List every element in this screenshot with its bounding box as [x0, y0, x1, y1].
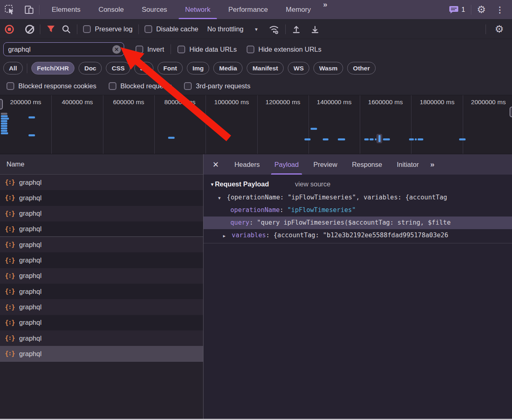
- request-row[interactable]: {∶}graphql: [0, 206, 203, 221]
- network-conditions-icon[interactable]: [268, 24, 280, 35]
- fetch-xhr-icon: {∶}: [5, 350, 15, 357]
- collapse-triangle-icon[interactable]: ▼: [218, 192, 223, 204]
- json-separator: :: [280, 206, 287, 214]
- tab-memory[interactable]: Memory: [277, 0, 319, 19]
- request-row[interactable]: {∶}graphql: [0, 237, 203, 252]
- settings-gear-icon[interactable]: ⚙: [474, 4, 489, 15]
- close-details-icon[interactable]: ✕: [203, 154, 227, 175]
- tab-sources[interactable]: Sources: [133, 0, 176, 19]
- chip-img[interactable]: Img: [187, 62, 210, 74]
- chip-fetch-xhr[interactable]: Fetch/XHR: [31, 62, 74, 74]
- timeline-gridline: [51, 95, 52, 154]
- request-row[interactable]: {∶}graphql: [0, 190, 203, 206]
- waterfall-bar: [311, 128, 317, 130]
- fetch-xhr-icon: {∶}: [5, 319, 15, 326]
- clear-filter-icon[interactable]: ✕: [112, 45, 121, 54]
- more-details-tabs-icon[interactable]: »: [426, 154, 438, 175]
- details-tab-response[interactable]: Response: [345, 154, 389, 175]
- json-key: query: [230, 219, 249, 226]
- topbar-actions: 1 ⚙ ⋮: [446, 0, 512, 19]
- tab-elements[interactable]: Elements: [43, 0, 90, 19]
- request-row[interactable]: {∶}graphql: [0, 252, 203, 268]
- overview-left-handle[interactable]: [0, 99, 3, 109]
- chip-manifest[interactable]: Manifest: [247, 62, 284, 74]
- tab-performance[interactable]: Performance: [219, 0, 277, 19]
- waterfall-bar: [1, 122, 7, 125]
- request-row[interactable]: {∶}graphql: [0, 299, 203, 315]
- request-row[interactable]: {∶}graphql: [0, 346, 203, 361]
- request-row[interactable]: {∶}graphql: [0, 268, 203, 284]
- request-row[interactable]: {∶}graphql: [0, 315, 203, 330]
- chip-ws[interactable]: WS: [288, 62, 309, 74]
- throttling-dropdown[interactable]: No throttling ▼: [207, 25, 258, 33]
- inspect-element-icon[interactable]: [0, 0, 20, 19]
- query-row-selected[interactable]: query: "query ipFlowTimeseries($accountT…: [203, 217, 512, 229]
- name-column-header[interactable]: Name: [0, 154, 203, 175]
- request-row[interactable]: {∶}graphql: [0, 330, 203, 346]
- hide-extension-urls-checkbox[interactable]: Hide extension URLs: [247, 46, 322, 53]
- expand-triangle-icon[interactable]: ▶: [223, 230, 228, 242]
- divider: [138, 24, 139, 34]
- chip-other[interactable]: Other: [347, 62, 375, 74]
- fetch-xhr-icon: {∶}: [5, 241, 15, 248]
- details-tab-initiator[interactable]: Initiator: [389, 154, 426, 175]
- disable-cache-checkbox[interactable]: Disable cache: [144, 25, 199, 33]
- details-tab-preview[interactable]: Preview: [306, 154, 345, 175]
- variables-row[interactable]: ▶ variables: {accountTag: "b12e3b2192ee5…: [203, 229, 512, 242]
- kebab-menu-icon[interactable]: ⋮: [492, 5, 508, 15]
- request-name: graphql: [19, 319, 42, 326]
- waterfall-bar: [1, 120, 7, 122]
- preserve-log-checkbox[interactable]: Preserve log: [83, 25, 133, 33]
- timeline-gridline: [463, 95, 463, 154]
- overview-right-handle[interactable]: [510, 107, 512, 117]
- waterfall-bar: [1, 118, 9, 120]
- request-row[interactable]: {∶}graphql: [0, 284, 203, 299]
- chip-font[interactable]: Font: [158, 62, 183, 74]
- invert-checkbox[interactable]: Invert: [136, 46, 164, 53]
- payload-root-row[interactable]: ▼ {operationName: "ipFlowTimeseries", va…: [203, 191, 512, 204]
- divider: [77, 24, 77, 34]
- request-payload-section[interactable]: ▼ Request Payload view source: [203, 175, 512, 191]
- throttling-value: No throttling: [207, 25, 243, 33]
- hide-data-urls-label: Hide data URLs: [189, 46, 236, 53]
- requests-pane: Name {∶}graphql{∶}graphql{∶}graphql{∶}gr…: [0, 154, 203, 419]
- blocked-requests-checkbox[interactable]: Blocked requests: [109, 82, 172, 90]
- chip-all[interactable]: All: [3, 62, 23, 74]
- network-overview-timeline[interactable]: 200000 ms400000 ms600000 ms800000 ms1000…: [0, 95, 512, 154]
- more-panels-icon[interactable]: »: [320, 0, 330, 19]
- checkbox-icon: [7, 82, 14, 90]
- import-har-icon[interactable]: [291, 24, 301, 34]
- tab-console[interactable]: Console: [90, 0, 133, 19]
- export-har-icon[interactable]: [310, 24, 320, 34]
- blocked-filters-bar: Blocked response cookies Blocked request…: [0, 77, 512, 95]
- chip-js[interactable]: JS: [134, 62, 153, 74]
- chip-wasm[interactable]: Wasm: [313, 62, 343, 74]
- checkbox-icon: [177, 46, 185, 53]
- request-row[interactable]: {∶}graphql: [0, 221, 203, 237]
- request-row[interactable]: {∶}graphql: [0, 175, 203, 190]
- view-source-link[interactable]: view source: [295, 180, 330, 188]
- hide-data-urls-checkbox[interactable]: Hide data URLs: [177, 46, 236, 53]
- blocked-response-cookies-checkbox[interactable]: Blocked response cookies: [7, 82, 96, 90]
- divider: [27, 63, 27, 73]
- device-toolbar-icon[interactable]: [20, 0, 39, 19]
- filter-icon[interactable]: [46, 24, 56, 34]
- record-network-log-button[interactable]: [5, 25, 14, 34]
- details-tab-payload[interactable]: Payload: [267, 154, 306, 175]
- waterfall-bar: [383, 138, 390, 140]
- third-party-requests-checkbox[interactable]: 3rd-party requests: [184, 82, 250, 90]
- clear-network-log-button[interactable]: [25, 25, 34, 34]
- console-messages-button[interactable]: 1: [446, 5, 468, 14]
- details-tab-headers[interactable]: Headers: [227, 154, 267, 175]
- search-icon[interactable]: [61, 24, 71, 34]
- filter-input[interactable]: [4, 46, 124, 53]
- waterfall-bar: [1, 115, 8, 117]
- waterfall-bar: [364, 138, 369, 140]
- network-settings-gear-icon[interactable]: ⚙: [492, 24, 507, 34]
- operation-name-row[interactable]: operationName: "ipFlowTimeseries": [203, 204, 512, 217]
- chip-media[interactable]: Media: [213, 62, 243, 74]
- chip-doc[interactable]: Doc: [79, 62, 102, 74]
- tab-network[interactable]: Network: [176, 0, 219, 19]
- network-toolbar: Preserve log Disable cache No throttling…: [0, 20, 512, 39]
- chip-css[interactable]: CSS: [106, 62, 130, 74]
